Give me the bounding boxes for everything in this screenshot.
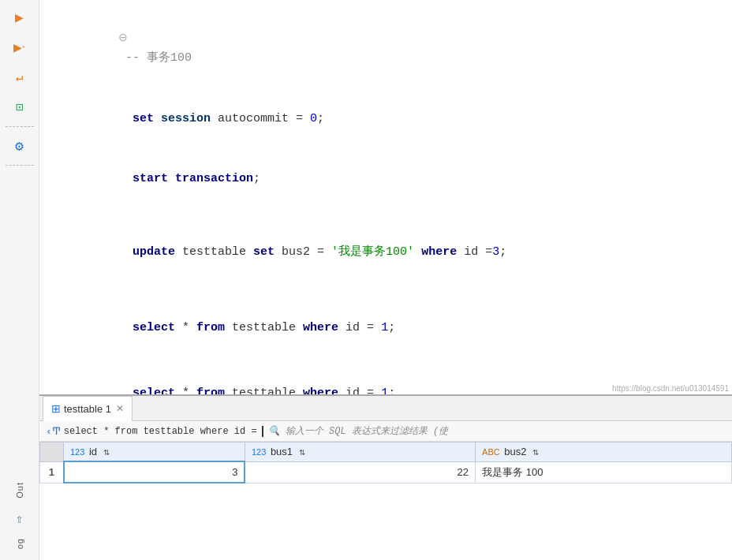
kw-from2: from (196, 386, 225, 395)
plain6 (414, 245, 421, 259)
plain7: id = (457, 245, 492, 259)
kw-set: set (118, 112, 161, 125)
play-icon[interactable]: ▶ (6, 3, 34, 32)
table-row[interactable]: 1 3 22 我是事务 100 (40, 461, 732, 483)
sidebar-bottom: Out ⇧ og (6, 479, 34, 560)
col-id-label: id (89, 446, 97, 457)
col-bus1-sort-icon[interactable]: ⇅ (299, 448, 305, 457)
plain9: * (175, 321, 196, 334)
plain13: * (175, 386, 196, 395)
kw-select1: select (118, 321, 175, 334)
tab-bar: ⊞ testtable 1 ✕ (39, 396, 732, 421)
sidebar: ▶ ▶+ ↵ ⊡ ⚙ Out ⇧ og (0, 0, 39, 560)
kw-transaction: transaction (175, 172, 253, 185)
comment-line: ⊖ -- 事务100 (47, 8, 716, 88)
kw-select2: select (118, 386, 175, 395)
code-block: ⊖ -- 事务100 set session autocommit = 0; s… (47, 8, 716, 394)
line-update: update testtable set bus2 = '我是事务100' wh… (47, 222, 716, 282)
watermark: https://blog.csdn.net/u013014591 (612, 384, 729, 393)
plain4: testtable (175, 245, 253, 259)
query-bar-icon: ‹Ͳ (46, 425, 61, 438)
data-table-wrap[interactable]: 123 id ⇅ 123 bus1 ⇅ ABC bus2 ⇅ (39, 442, 732, 560)
kw-start: start (118, 172, 175, 185)
plain15: id = (338, 386, 381, 395)
col-id-header[interactable]: 123 id ⇅ (64, 442, 245, 462)
plain16: ; (388, 386, 395, 395)
col-id-sort-icon[interactable]: ⇅ (103, 448, 110, 457)
main-content: ⊖ -- 事务100 set session autocommit = 0; s… (39, 0, 732, 560)
tab-testtable[interactable]: ⊞ testtable 1 ✕ (43, 396, 133, 421)
col-id-type-icon: 123 (70, 447, 84, 457)
kw-set-inline: set (253, 245, 274, 259)
num-3a: 3 (492, 245, 499, 259)
kw-where1: where (303, 321, 338, 334)
cell-bus2: 我是事务 100 (476, 461, 732, 483)
col-bus2-sort-icon[interactable]: ⇅ (532, 448, 539, 457)
query-bar-text: select * from testtable where id = (64, 426, 257, 437)
breakpoint-icon[interactable]: ⊡ (6, 93, 34, 121)
filter-placeholder: 🔍 输入一个 SQL 表达式来过滤结果 (使 (268, 424, 449, 438)
string-val: '我是事务100' (331, 245, 414, 259)
editor-area[interactable]: ⊖ -- 事务100 set session autocommit = 0; s… (39, 0, 732, 394)
step-into-icon[interactable]: ↵ (6, 63, 34, 91)
col-bus2-label: bus2 (504, 446, 526, 457)
num-1a: 1 (381, 321, 388, 334)
plain12: ; (388, 321, 395, 334)
line-set-session: set session autocommit = 0; (47, 88, 716, 149)
plain14: testtable (225, 386, 303, 395)
plain3: ; (253, 172, 260, 185)
cell-bus1: 22 (245, 461, 475, 483)
table-icon: ⊞ (51, 402, 61, 415)
plain1: autocommit = (211, 112, 310, 125)
plain11: id = (338, 321, 381, 334)
line-start-transaction: start transaction; (47, 149, 716, 210)
tab-close-icon[interactable]: ✕ (116, 403, 124, 414)
comment-text: -- 事务100 (118, 51, 192, 65)
row-num-header (40, 442, 64, 462)
kw-where-update: where (421, 245, 457, 259)
col-bus2-header[interactable]: ABC bus2 ⇅ (476, 442, 732, 462)
plain10: testtable (225, 321, 303, 334)
col-bus1-type-icon: 123 (252, 447, 266, 457)
log-label: og (15, 535, 24, 552)
code-editor[interactable]: ⊖ -- 事务100 set session autocommit = 0; s… (39, 0, 732, 394)
result-table: 123 id ⇅ 123 bus1 ⇅ ABC bus2 ⇅ (39, 442, 732, 483)
sidebar-divider2 (6, 165, 34, 166)
kw-from1: from (196, 321, 225, 334)
line-select1: select * from testtable where id = 1; (47, 298, 716, 359)
plain2: ; (317, 112, 324, 125)
cursor (262, 426, 263, 437)
col-bus2-type-icon: ABC (482, 447, 500, 457)
query-bar: ‹Ͳ select * from testtable where id = 🔍 … (39, 421, 732, 442)
col-bus1-label: bus1 (271, 446, 293, 457)
kw-update: update (118, 245, 175, 259)
num-0: 0 (310, 112, 317, 125)
kw-where2: where (303, 386, 338, 395)
plain5: bus2 = (274, 245, 331, 259)
export-icon[interactable]: ⇧ (6, 505, 34, 533)
col-bus1-header[interactable]: 123 bus1 ⇅ (245, 442, 475, 462)
num-1b: 1 (381, 386, 388, 395)
step-icon[interactable]: ▶+ (6, 33, 34, 62)
table-header-row: 123 id ⇅ 123 bus1 ⇅ ABC bus2 ⇅ (40, 442, 732, 462)
plain8: ; (499, 245, 506, 259)
row-num-cell: 1 (40, 461, 64, 483)
cell-id: 3 (64, 461, 245, 483)
tab-label: testtable 1 (64, 403, 111, 415)
sidebar-divider (6, 126, 34, 127)
gear-icon[interactable]: ⚙ (6, 132, 34, 160)
kw-session: session (161, 112, 211, 125)
bottom-panel: ⊞ testtable 1 ✕ ‹Ͳ select * from testtab… (39, 394, 732, 560)
out-label: Out (15, 479, 24, 502)
